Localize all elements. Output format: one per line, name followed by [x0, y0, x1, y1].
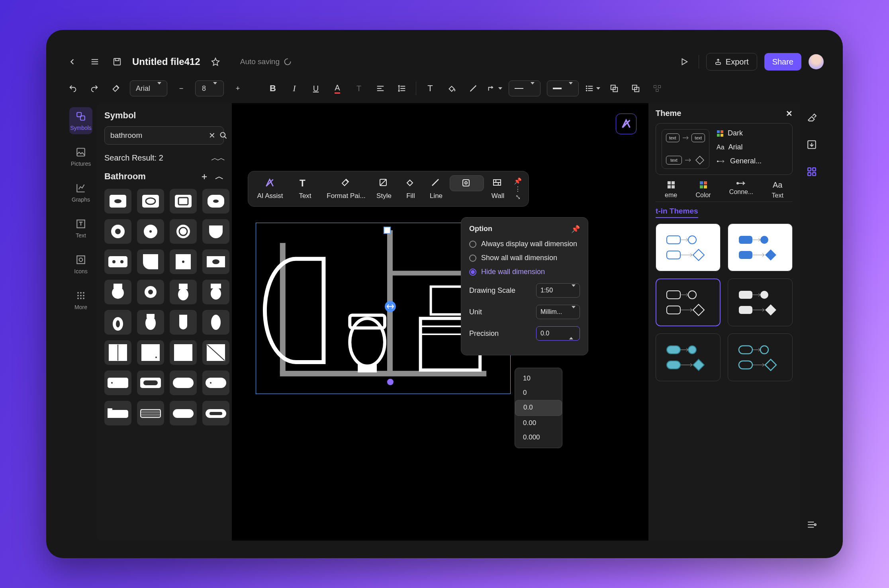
symbol-tile-3[interactable]	[170, 340, 197, 365]
symbol-basin-1[interactable]	[104, 219, 131, 244]
precision-select[interactable]: 0.0	[536, 326, 580, 341]
italic-button[interactable]: I	[287, 81, 302, 96]
ft-ai[interactable]: AI Assist	[253, 175, 287, 202]
export-button[interactable]: Export	[706, 53, 757, 71]
symbol-toilet-top-3[interactable]	[170, 280, 197, 304]
symbol-tub-1[interactable]	[104, 401, 131, 425]
ft-fill[interactable]: Fill	[399, 175, 423, 202]
collapse-icon[interactable]: ︿︿	[211, 153, 224, 163]
pin-icon[interactable]: 📌	[571, 225, 580, 233]
fill-button[interactable]	[444, 81, 459, 96]
text-effect-button[interactable]: T	[351, 81, 366, 96]
settings-list-icon[interactable]	[805, 518, 818, 531]
font-select[interactable]: Arial	[130, 80, 167, 96]
symbol-toilet-top-1[interactable]	[104, 280, 131, 304]
layer-back-button[interactable]	[607, 81, 622, 96]
font-increase[interactable]: +	[230, 81, 245, 96]
undo-button[interactable]	[65, 81, 80, 96]
align-button[interactable]	[373, 81, 388, 96]
theme-tile-2[interactable]	[728, 223, 793, 271]
ft-style[interactable]: Style	[370, 175, 398, 202]
tab-color[interactable]: Color	[695, 180, 711, 199]
precision-opt-0.00[interactable]: 0.00	[515, 416, 562, 430]
apps-icon[interactable]	[805, 165, 818, 178]
rail-graphs[interactable]: Graphs	[69, 179, 92, 206]
tab-theme[interactable]: eme	[665, 180, 677, 199]
rail-pictures[interactable]: Pictures	[69, 143, 92, 170]
precision-opt-0.0[interactable]: 0.0	[515, 400, 562, 416]
symbol-toilet-top-2[interactable]	[137, 280, 164, 304]
line-button[interactable]	[466, 81, 481, 96]
layer-front-button[interactable]	[628, 81, 643, 96]
canvas[interactable]: AI Assist TText Format Pai... Style Fill…	[232, 103, 648, 541]
symbol-double-sink[interactable]	[104, 249, 131, 274]
font-size-select[interactable]: 8	[195, 80, 224, 96]
file-title[interactable]: Untitled file412	[132, 56, 200, 67]
symbol-urinal-1[interactable]	[170, 310, 197, 335]
ft-format[interactable]: Format Pai...	[323, 175, 369, 202]
scale-select[interactable]: 1:50	[536, 283, 580, 298]
share-button[interactable]: Share	[764, 53, 801, 71]
ft-text[interactable]: TText	[288, 175, 322, 202]
symbol-bidet-2[interactable]	[137, 310, 164, 335]
symbol-bath-1[interactable]	[104, 370, 131, 395]
precision-opt-0[interactable]: 0	[515, 386, 562, 400]
list-button[interactable]	[585, 81, 600, 96]
theme-tile-6[interactable]	[728, 333, 793, 381]
theme-tile-3[interactable]	[656, 278, 721, 326]
rail-more[interactable]: More	[69, 286, 92, 314]
precision-opt-0.000[interactable]: 0.000	[515, 430, 562, 445]
rail-text[interactable]: Text	[69, 215, 92, 242]
user-avatar[interactable]	[809, 54, 824, 69]
line-weight-select[interactable]	[547, 80, 579, 96]
rail-icons[interactable]: Icons	[69, 251, 92, 278]
symbol-urinal-2[interactable]	[202, 310, 229, 335]
back-button[interactable]	[65, 55, 80, 69]
precision-opt-10[interactable]: 10	[515, 371, 562, 386]
symbol-bath-3[interactable]	[170, 370, 197, 395]
connector-button[interactable]	[487, 81, 502, 96]
symbol-tile-4[interactable]	[202, 340, 229, 365]
symbol-sink-3[interactable]	[170, 189, 197, 214]
builtin-themes-link[interactable]: t-in Themes	[656, 207, 698, 218]
radio-show-all[interactable]: Show all wall dimension	[469, 254, 580, 262]
symbol-vanity[interactable]	[202, 249, 229, 274]
text-tool-button[interactable]: T	[423, 81, 438, 96]
symbol-tub-3[interactable]	[170, 401, 197, 425]
unit-select[interactable]: Millim...	[536, 305, 580, 319]
ft-more[interactable]: 📌⋮⤡	[512, 175, 524, 202]
symbol-sink-4[interactable]	[202, 189, 229, 214]
rail-symbols[interactable]: Symbols	[69, 107, 92, 134]
line-spacing-button[interactable]	[394, 81, 409, 96]
tab-connector[interactable]: Conne...	[729, 180, 753, 199]
close-icon[interactable]: ✕	[786, 109, 793, 118]
menu-button[interactable]	[88, 55, 102, 69]
redo-button[interactable]	[87, 81, 102, 96]
symbol-basin-4[interactable]	[202, 219, 229, 244]
search-icon[interactable]	[219, 131, 227, 139]
add-icon[interactable]: ＋	[200, 171, 209, 182]
ai-badge[interactable]	[616, 114, 636, 134]
symbol-tub-2[interactable]	[137, 401, 164, 425]
symbol-tile-2[interactable]	[137, 340, 164, 365]
symbol-basin-2[interactable]	[137, 219, 164, 244]
theme-tile-1[interactable]	[656, 223, 721, 271]
distribute-button[interactable]	[650, 81, 665, 96]
symbol-search[interactable]: ✕	[104, 126, 224, 145]
symbol-bath-4[interactable]	[202, 370, 229, 395]
font-color-button[interactable]: A	[330, 81, 345, 96]
radio-hide[interactable]: Hide wall dimension	[469, 268, 580, 276]
ft-line[interactable]: Line	[423, 175, 449, 202]
symbol-bath-2[interactable]	[137, 370, 164, 395]
ft-wall[interactable]: Wall	[485, 175, 511, 202]
symbol-tub-4[interactable]	[202, 401, 229, 425]
ft-option[interactable]: Option	[450, 175, 484, 191]
chevron-up-icon[interactable]: ︿	[215, 171, 224, 182]
symbol-shower-square[interactable]	[170, 249, 197, 274]
star-icon[interactable]	[208, 55, 223, 69]
symbol-sink-1[interactable]	[104, 189, 131, 214]
line-style-select[interactable]	[509, 80, 540, 96]
underline-button[interactable]: U	[308, 81, 323, 96]
symbol-bidet-1[interactable]	[104, 310, 131, 335]
symbol-corner-shower[interactable]	[137, 249, 164, 274]
